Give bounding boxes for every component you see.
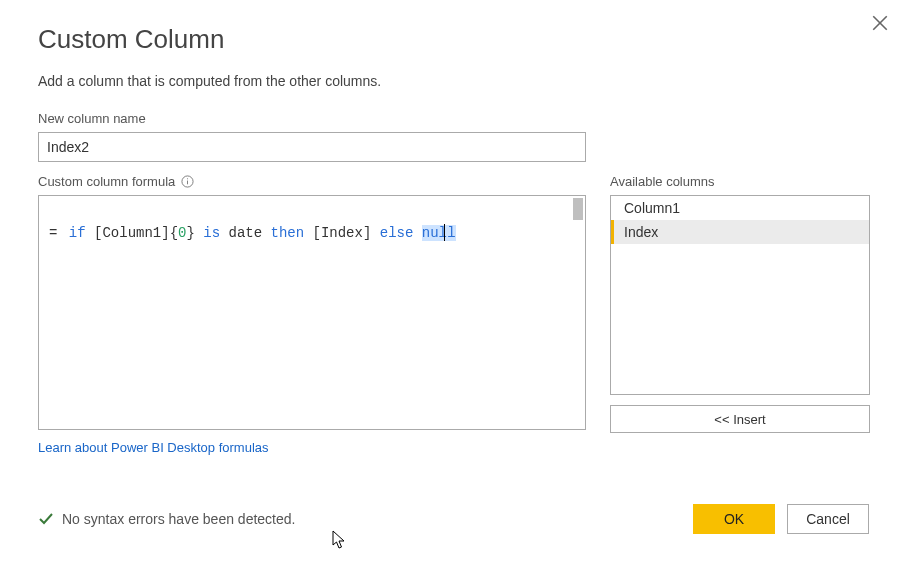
formula-scrollbar[interactable] [573,198,583,220]
available-column-item[interactable]: Column1 [611,196,869,220]
status-text: No syntax errors have been detected. [62,511,295,527]
check-icon [38,511,54,527]
ok-button[interactable]: OK [693,504,775,534]
learn-formulas-link[interactable]: Learn about Power BI Desktop formulas [38,440,269,455]
cancel-button[interactable]: Cancel [787,504,869,534]
insert-button[interactable]: << Insert [610,405,870,433]
dialog-subtitle: Add a column that is computed from the o… [38,73,869,89]
custom-column-dialog: Custom Column Add a column that is compu… [0,0,907,480]
syntax-status: No syntax errors have been detected. [38,511,295,527]
formula-editor[interactable]: = if [Column1]{0} is date then [Index] e… [38,195,586,430]
available-columns-list[interactable]: Column1 Index [610,195,870,395]
column-name-input[interactable] [38,132,586,162]
dialog-title: Custom Column [38,24,869,55]
svg-point-4 [187,178,188,179]
available-column-item[interactable]: Index [611,220,869,244]
name-field-label: New column name [38,111,869,126]
formula-field-label: Custom column formula [38,174,175,189]
available-columns-label: Available columns [610,174,870,189]
close-icon[interactable] [871,14,889,32]
info-icon[interactable] [181,175,194,188]
